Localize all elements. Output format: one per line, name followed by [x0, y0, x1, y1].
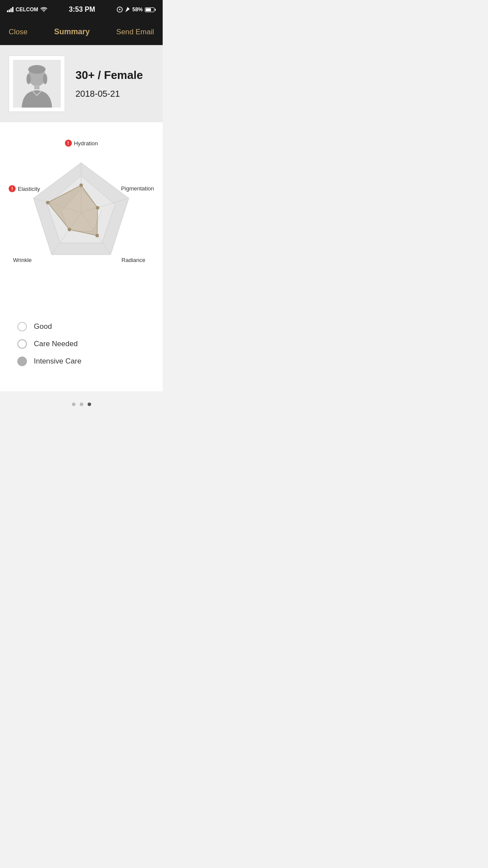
hydration-warning-icon	[65, 140, 72, 147]
svg-point-17	[96, 206, 99, 210]
care-needed-dot	[17, 339, 27, 349]
radar-svg	[17, 152, 145, 273]
legend-care-needed: Care Needed	[17, 339, 145, 349]
spacer	[0, 300, 163, 309]
age-gender-label: 30+ / Female	[75, 69, 154, 82]
page-dot-2[interactable]	[80, 403, 83, 406]
legend-intensive-care: Intensive Care	[17, 357, 145, 366]
date-label: 2018-05-21	[75, 89, 154, 99]
status-left: CELCOM	[7, 7, 47, 13]
radar-chart: Hydration Pigmentation Radiance Wrinkle …	[9, 140, 154, 287]
legend-section: Good Care Needed Intensive Care	[0, 309, 163, 391]
wifi-icon	[40, 7, 47, 12]
profile-photo	[9, 56, 65, 112]
page-dot-1[interactable]	[72, 403, 75, 406]
svg-point-19	[68, 228, 71, 231]
intensive-care-label: Intensive Care	[34, 357, 82, 366]
svg-point-18	[95, 234, 99, 237]
nav-bar: Close Summary Send Email	[0, 19, 163, 45]
location-arrow-icon	[125, 7, 130, 13]
profile-info: 30+ / Female 2018-05-21	[75, 69, 154, 99]
battery-percent: 58%	[132, 7, 143, 13]
hydration-label: Hydration	[65, 140, 98, 147]
page-dot-3[interactable]	[88, 403, 91, 406]
care-needed-label: Care Needed	[34, 340, 78, 348]
good-label: Good	[34, 322, 52, 331]
svg-point-4	[26, 74, 31, 84]
svg-point-20	[46, 201, 49, 204]
good-dot	[17, 322, 27, 331]
status-time: 3:53 PM	[69, 6, 95, 13]
carrier-label: CELCOM	[16, 7, 38, 13]
profile-section: 30+ / Female 2018-05-21	[0, 45, 163, 122]
intensive-care-dot	[17, 357, 27, 366]
close-button[interactable]: Close	[9, 28, 27, 36]
radar-section: Hydration Pigmentation Radiance Wrinkle …	[0, 122, 163, 300]
battery-icon	[145, 7, 156, 12]
page-indicator	[0, 391, 163, 417]
elasticity-warning-icon	[9, 185, 16, 192]
svg-rect-6	[34, 85, 39, 89]
location-lock-icon	[117, 7, 123, 13]
svg-point-3	[28, 65, 46, 74]
svg-point-16	[79, 183, 83, 187]
signal-icon	[7, 7, 13, 12]
legend-good: Good	[17, 322, 145, 331]
send-email-button[interactable]: Send Email	[116, 28, 154, 36]
avatar-image	[13, 60, 61, 108]
svg-point-5	[43, 74, 47, 84]
page-title: Summary	[54, 27, 90, 36]
status-right: 58%	[117, 7, 156, 13]
status-bar: CELCOM 3:53 PM 58%	[0, 0, 163, 19]
